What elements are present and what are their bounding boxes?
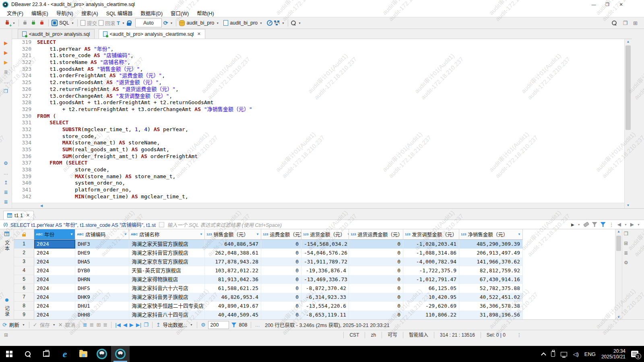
grid-cell[interactable]: 0 xyxy=(261,249,301,257)
grid-cell[interactable]: 0 xyxy=(261,302,301,311)
grid-cell[interactable]: 206,913,497.49 xyxy=(459,249,523,257)
grid-cell[interactable]: DHRN xyxy=(75,275,129,284)
lock-icon[interactable] xyxy=(127,21,131,26)
column-header-店铺名称[interactable]: ABC店铺名称▼ xyxy=(129,229,205,240)
result-grid[interactable]: ABC年份▼ABC店铺编码▼ABC店铺名称▼123销售金额（元）▼123运费金额… xyxy=(14,229,615,319)
grid-cell[interactable]: 177,878,943.28 xyxy=(205,257,261,266)
menu-item-文件(F)[interactable]: 文件(F) xyxy=(3,8,27,18)
grid-cell[interactable]: 82,812,759.92 xyxy=(459,266,523,275)
auto-commit-box[interactable]: Auto xyxy=(135,19,162,27)
row-number[interactable]: 8 xyxy=(14,302,34,311)
menu-item-搜索(A)[interactable]: 搜索(A) xyxy=(78,8,102,18)
network-icon[interactable] xyxy=(561,352,567,356)
grid-scroll-up-icon[interactable]: ▲ xyxy=(615,230,622,233)
custom-filter-icon[interactable] xyxy=(601,222,606,227)
text-presentation-toggle[interactable]: 文本 xyxy=(4,240,10,251)
grid-cell[interactable]: 262,048,388.61 xyxy=(205,249,261,257)
grid-cell[interactable]: 0 xyxy=(349,284,403,293)
grid-corner-header[interactable] xyxy=(14,229,34,240)
grid-cell[interactable]: -31,911,789.72 xyxy=(301,257,349,266)
grid-cell[interactable]: 40,440,509.45 xyxy=(205,311,261,319)
grid-cell[interactable]: 0 xyxy=(349,257,403,266)
grid-cell[interactable]: 2024 xyxy=(34,266,75,275)
grid-cell[interactable]: -1,088,314.86 xyxy=(403,249,459,257)
maximize-panel-icon[interactable]: ❐ xyxy=(624,231,628,237)
record-mode-icon[interactable] xyxy=(5,298,8,302)
more-actions-icon[interactable]: … xyxy=(4,79,8,85)
explain-plan-icon[interactable]: ≣ xyxy=(4,69,8,75)
nav-forward-icon[interactable]: ▶ xyxy=(630,222,634,227)
row-number[interactable]: 1 xyxy=(14,240,34,249)
fetch-page-icon[interactable]: ❐ xyxy=(144,322,149,328)
results-tab[interactable]: t1 1 ✕ xyxy=(3,211,34,220)
grid-cell[interactable]: 0 xyxy=(261,275,301,284)
plan-dropdown-icon[interactable]: ▼ xyxy=(281,22,285,25)
grid-cell[interactable]: 0 xyxy=(261,293,301,302)
schema-dropdown-icon[interactable]: ▼ xyxy=(259,22,263,25)
grid-cell[interactable]: 485,290,309.39 xyxy=(459,240,523,249)
search-dropdown-icon[interactable]: ▼ xyxy=(298,22,301,25)
maximize-button[interactable]: ❐ xyxy=(601,0,614,9)
execute-script-icon[interactable]: ▶ xyxy=(4,50,8,56)
transaction-dropdown-icon[interactable]: ▼ xyxy=(122,22,125,25)
grid-cell[interactable]: 0 xyxy=(349,275,403,284)
grid-cell[interactable]: -54,046,576.26 xyxy=(301,249,349,257)
column-header-销售金额（元）[interactable]: 123销售金额（元）▼ xyxy=(205,229,261,240)
dbeaver-taskbar-button-1[interactable] xyxy=(93,346,111,362)
execute-statement-icon[interactable]: ▶ xyxy=(4,40,8,46)
strip-dots-icon[interactable]: … xyxy=(4,170,8,176)
active-query-text[interactable]: SELECT t1.perYear AS "年份", t1.store_code… xyxy=(10,221,156,228)
row-number[interactable]: 5 xyxy=(14,275,34,284)
grid-cell[interactable]: DYB0 xyxy=(75,266,129,275)
grid-cell[interactable]: 110,806.22 xyxy=(403,311,459,319)
grid-cell[interactable]: 海澜之家抖音官方旗舰店 xyxy=(129,249,205,257)
scroll-up-icon[interactable]: ▲ xyxy=(625,39,632,45)
commit-label[interactable]: 提交 xyxy=(87,19,97,27)
save-label[interactable]: 保存 xyxy=(40,321,50,329)
grid-cell[interactable]: -8,872,370.42 xyxy=(301,284,349,293)
column-header-店铺编码[interactable]: ABC店铺编码▼ xyxy=(75,229,129,240)
database-selector[interactable]: audit_bi_pro xyxy=(186,20,214,26)
tab-analysis-sql[interactable]: <audit_bi_pro> analysis.sql xyxy=(18,29,95,39)
row-number[interactable]: 6 xyxy=(14,284,34,293)
grid-cell[interactable]: 2024 xyxy=(34,249,75,257)
task-view-button[interactable] xyxy=(37,346,56,362)
grid-cell[interactable]: -13,554,220.6 xyxy=(301,302,349,311)
row-number[interactable]: 7 xyxy=(14,293,34,302)
grid-presentation-icon[interactable] xyxy=(4,232,9,236)
grid-cell[interactable]: 52,782,375.88 xyxy=(459,284,523,293)
grid-cell[interactable]: DHU1 xyxy=(75,302,129,311)
commit-icon[interactable] xyxy=(80,20,85,26)
grid-vscrollbar[interactable]: ▲ ▼ xyxy=(615,229,622,319)
grid-cell[interactable]: -1,028,203.41 xyxy=(403,240,459,249)
column-dropdown-icon[interactable]: ▼ xyxy=(200,232,203,236)
grid-cell[interactable]: 0 xyxy=(261,266,301,275)
menu-item-窗口(W)[interactable]: 窗口(W) xyxy=(167,8,192,18)
grid-cell[interactable]: DHA5 xyxy=(75,257,129,266)
grid-cell[interactable]: 海澜之家快手恒越二十四专卖店 xyxy=(129,302,205,311)
export-icon[interactable]: ↥ xyxy=(156,322,161,328)
record-mode-toggle[interactable]: 记录 xyxy=(4,306,10,317)
save-filter-icon[interactable] xyxy=(592,222,597,227)
grid-cell[interactable]: 2024 xyxy=(34,311,75,319)
grid-cell[interactable]: 海澜之家抖音男子旗舰店 xyxy=(129,293,205,302)
minimize-button[interactable]: — xyxy=(587,0,601,9)
grid-cell[interactable]: 66,125.05 xyxy=(403,284,459,293)
grid-scrollbar-thumb[interactable] xyxy=(616,236,621,251)
nav-back-dropdown-icon[interactable]: ▼ xyxy=(624,223,627,226)
grid-cell[interactable]: 0 xyxy=(349,311,403,319)
grid-cell[interactable]: -1,012,791.47 xyxy=(403,275,459,284)
grouping-panel-icon[interactable]: ⚙ xyxy=(624,260,628,265)
grid-cell[interactable]: 0 xyxy=(349,266,403,275)
new-connection-dropdown-icon[interactable]: ▼ xyxy=(12,22,16,25)
log-panel-icon[interactable]: ≣ xyxy=(4,189,8,195)
column-dropdown-icon[interactable]: ▼ xyxy=(124,232,127,236)
menu-item-帮助(H)[interactable]: 帮助(H) xyxy=(193,8,217,18)
column-header-发货调整金额（元）[interactable]: 123发货调整金额（元）▼ xyxy=(403,229,459,240)
grid-cell[interactable]: 0 xyxy=(261,257,301,266)
file-explorer-button[interactable] xyxy=(74,346,93,362)
grid-cell[interactable]: 49,890,419.67 xyxy=(205,302,261,311)
grid-cell[interactable]: 0 xyxy=(261,284,301,293)
grid-cell[interactable]: 10,420.95 xyxy=(403,293,459,302)
edit-cell-icon[interactable]: ≣ xyxy=(83,322,87,328)
